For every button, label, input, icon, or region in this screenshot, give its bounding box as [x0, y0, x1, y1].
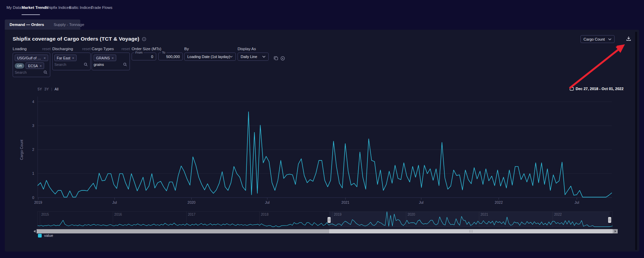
- nav-item-shipfix-indices[interactable]: Shipfix Indices: [45, 5, 71, 10]
- nav-item-my-data[interactable]: My Data: [6, 5, 21, 10]
- tab-demand-orders[interactable]: Demand — Orders: [5, 23, 49, 27]
- overview-year-label: 2018: [261, 213, 269, 216]
- x-tick-label: Jul: [265, 200, 269, 204]
- main-chart-line: [38, 112, 612, 197]
- y-tick-label: 3: [32, 124, 34, 128]
- legend-swatch: [38, 234, 42, 238]
- nav-item-market-trends[interactable]: Market Trends: [22, 5, 48, 10]
- datazoom-window[interactable]: [329, 212, 610, 227]
- tab-supply-tonnage[interactable]: Supply - Tonnage: [49, 23, 89, 27]
- y-tick-label: 2: [32, 147, 34, 152]
- x-tick-label: Jul: [112, 200, 117, 204]
- nav-item-baltic-indices[interactable]: Baltic Indices: [69, 5, 92, 10]
- x-tick-label: Jul: [575, 200, 579, 204]
- chart-canvas[interactable]: 01234Cargo Count2019Jul2020Jul2021Jul202…: [5, 30, 639, 252]
- datazoom-left-handle[interactable]: [327, 217, 331, 223]
- datazoom-right-handle[interactable]: [608, 217, 611, 223]
- x-tick-label: 2019: [34, 200, 42, 204]
- sub-tab-bar: Demand — Orders Supply - Tonnage: [5, 19, 80, 30]
- y-tick-label: 1: [32, 171, 34, 175]
- legend-item-value[interactable]: value: [38, 233, 53, 238]
- y-axis-title: Cargo Count: [19, 140, 24, 160]
- overview-year-label: 2016: [114, 213, 122, 216]
- hscrollbar-left-arrow[interactable]: [33, 230, 36, 233]
- legend-label: value: [44, 233, 53, 238]
- top-navigation: My Data Market Trends Shipfix Indices Ba…: [0, 0, 644, 15]
- x-tick-label: 2021: [341, 200, 350, 204]
- x-tick-label: Jul: [419, 200, 424, 204]
- y-tick-label: 0: [32, 196, 34, 200]
- x-tick-label: 2022: [495, 200, 503, 204]
- active-nav-underline: [22, 14, 40, 15]
- chart-card: Shipfix coverage of Cargo Orders (TCT & …: [5, 30, 639, 252]
- vertical-scrollbar[interactable]: [635, 32, 637, 250]
- overview-year-label: 2017: [188, 213, 196, 216]
- overview-year-label: 2015: [41, 213, 49, 216]
- x-tick-label: 2020: [188, 200, 196, 204]
- nav-item-trade-flows[interactable]: Trade Flows: [91, 5, 112, 10]
- y-tick-label: 4: [32, 100, 34, 104]
